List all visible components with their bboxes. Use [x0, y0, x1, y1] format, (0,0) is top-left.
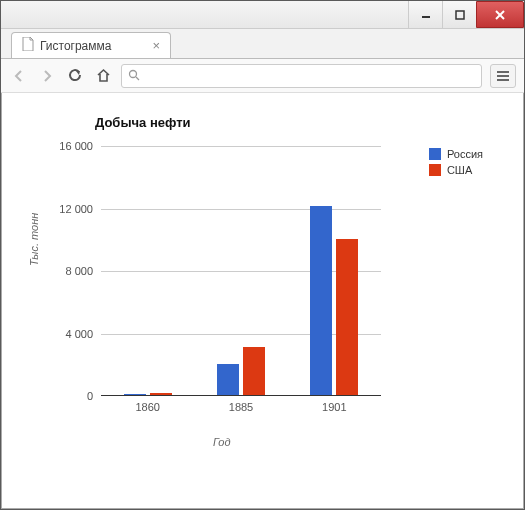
maximize-icon [455, 10, 465, 20]
menu-button[interactable] [490, 64, 516, 88]
svg-point-4 [130, 70, 137, 77]
bar [124, 394, 146, 395]
home-button[interactable] [93, 66, 113, 86]
maximize-button[interactable] [442, 1, 476, 28]
y-tick-label: 4 000 [65, 328, 93, 340]
arrow-right-icon [40, 69, 54, 83]
minimize-icon [421, 10, 431, 20]
browser-toolbar [1, 59, 524, 93]
x-tick-label: 1885 [229, 401, 253, 413]
url-input[interactable] [144, 69, 475, 83]
tab-title: Гистограмма [40, 39, 111, 53]
y-tick-label: 12 000 [59, 203, 93, 215]
back-button[interactable] [9, 66, 29, 86]
legend: Россия США [429, 148, 483, 180]
forward-button[interactable] [37, 66, 57, 86]
bar [217, 364, 239, 395]
legend-item: Россия [429, 148, 483, 160]
y-tick-label: 8 000 [65, 265, 93, 277]
x-tick-label: 1860 [135, 401, 159, 413]
home-icon [96, 68, 111, 83]
browser-window: Гистограмма × Добыча нефти Тыс. тон [0, 0, 525, 510]
legend-label: США [447, 164, 472, 176]
close-icon [494, 10, 506, 20]
bar [150, 393, 172, 395]
y-tick-label: 0 [87, 390, 93, 402]
svg-line-5 [136, 77, 139, 80]
y-axis-label: Тыс. тонн [28, 213, 40, 266]
browser-tab[interactable]: Гистограмма × [11, 32, 171, 58]
chart-title: Добыча нефти [95, 115, 502, 130]
bar [243, 347, 265, 395]
plot-area: 04 0008 00012 00016 000186018851901 [101, 146, 381, 396]
y-tick-label: 16 000 [59, 140, 93, 152]
page-content: Добыча нефти Тыс. тонн Год 04 0008 00012… [3, 95, 522, 507]
close-button[interactable] [476, 1, 524, 28]
minimize-button[interactable] [408, 1, 442, 28]
gridline [101, 209, 381, 210]
gridline [101, 146, 381, 147]
bar [336, 239, 358, 395]
url-bar[interactable] [121, 64, 482, 88]
legend-swatch-icon [429, 164, 441, 176]
legend-swatch-icon [429, 148, 441, 160]
arrow-left-icon [12, 69, 26, 83]
bar [310, 206, 332, 395]
tab-close-icon[interactable]: × [152, 38, 160, 53]
x-tick-label: 1901 [322, 401, 346, 413]
legend-label: Россия [447, 148, 483, 160]
hamburger-icon [496, 70, 510, 82]
chart: Тыс. тонн Год 04 0008 00012 00016 000186… [23, 136, 483, 476]
window-titlebar [1, 1, 524, 29]
tab-strip: Гистограмма × [1, 29, 524, 59]
reload-button[interactable] [65, 66, 85, 86]
file-icon [22, 37, 34, 54]
x-axis-label: Год [213, 436, 231, 448]
search-icon [128, 67, 140, 85]
reload-icon [68, 68, 83, 83]
svg-rect-1 [456, 11, 464, 19]
legend-item: США [429, 164, 483, 176]
